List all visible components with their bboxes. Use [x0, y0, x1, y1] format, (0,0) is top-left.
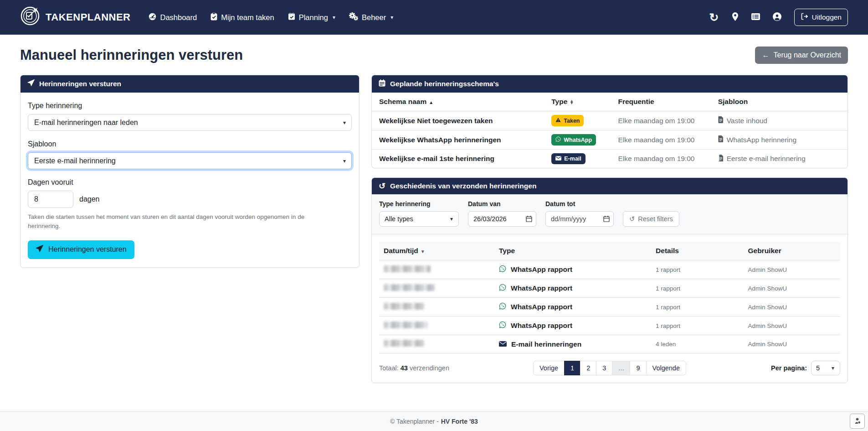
schemas-col-sjabloon[interactable]: Sjabloon	[714, 93, 847, 111]
status-badge-email: E-mail	[551, 153, 586, 164]
redacted-datetime	[384, 284, 435, 291]
card-list-button[interactable]	[751, 13, 760, 21]
sort-both-icon: ▲▼	[570, 100, 574, 104]
schemas-col-frequentie[interactable]: Frequentie	[614, 93, 714, 111]
sjabloon-select[interactable]: Eerste e-mail herinnering	[28, 152, 352, 169]
per-page-select[interactable]: 5	[811, 361, 840, 375]
table-row: Wekelijkse WhatsApp herinneringen WhatsA…	[372, 130, 847, 150]
profile-button[interactable]	[773, 12, 781, 22]
pagination-page-2[interactable]: 2	[580, 361, 596, 375]
history-user: Admin ShowU	[743, 317, 840, 335]
status-badge-taken: Taken	[551, 115, 584, 126]
schemas-card-header: Geplande herinneringsschema's	[372, 75, 847, 93]
whatsapp-icon	[499, 302, 506, 312]
history-details: 1 rapport	[651, 317, 743, 335]
schema-template: Vaste inhoud	[727, 117, 767, 125]
schema-name: Wekelijkse Niet toegewezen taken	[372, 111, 548, 130]
takenplanner-logo-icon	[20, 6, 40, 29]
dagen-suffix: dagen	[79, 195, 100, 203]
whatsapp-icon	[499, 284, 506, 293]
history-card: ↺ Geschiedenis van verzonden herinnering…	[371, 177, 848, 383]
sjabloon-label: Sjabloon	[28, 140, 352, 148]
schema-frequency: Elke maandag om 19:00	[614, 111, 714, 130]
dagen-vooruit-input[interactable]	[28, 191, 73, 208]
table-row: Wekelijkse Niet toegewezen taken Taken E…	[372, 111, 847, 130]
filter-type-select[interactable]: Alle types	[379, 211, 459, 227]
arrow-left-icon: ←	[762, 51, 769, 59]
dagen-vooruit-label: Dagen vooruit	[28, 178, 352, 187]
table-row: WhatsApp rapport 1 rapport Admin ShowU	[379, 317, 840, 335]
map-pin-button[interactable]	[732, 12, 739, 22]
total-count-text: Totaal: 43 verzendingen	[379, 364, 533, 372]
brand-logo[interactable]: TAKENPLANNER	[20, 6, 130, 29]
history-type: E-mail herinneringen	[511, 340, 581, 348]
send-card-title: Herinneringen versturen	[39, 80, 121, 88]
reset-filters-button[interactable]: ↺ Reset filters	[623, 211, 679, 227]
history-user: Admin ShowU	[743, 260, 840, 279]
table-row: WhatsApp rapport 1 rapport Admin ShowU	[379, 298, 840, 317]
send-icon	[36, 245, 43, 254]
logout-button[interactable]: Uitloggen	[794, 9, 848, 26]
caret-down-icon: ▾	[390, 14, 393, 21]
pagination-next-button[interactable]: Volgende	[646, 361, 686, 375]
pagination-page-1[interactable]: 1	[564, 361, 580, 375]
nav-item-beheer[interactable]: Beheer ▾	[349, 12, 393, 22]
type-herinnering-select-wrap: E-mail herinneringen naar leden ▾	[28, 114, 352, 131]
history-col-gebruiker[interactable]: Gebruiker	[743, 242, 840, 260]
reset-icon: ↺	[629, 215, 635, 223]
page-title: Manueel herinneringen versturen	[20, 47, 243, 63]
schema-frequency: Elke maandag om 19:00	[614, 150, 714, 168]
calendar-check-icon	[288, 13, 295, 22]
file-text-icon	[718, 116, 724, 125]
history-col-type[interactable]: Type	[494, 242, 651, 260]
schemas-col-type[interactable]: Type▲▼	[548, 93, 614, 111]
nav-item-planning[interactable]: Planning ▾	[288, 13, 335, 22]
send-button-label: Herinneringen versturen	[48, 245, 127, 254]
history-col-details[interactable]: Details	[651, 242, 743, 260]
back-button-label: Terug naar Overzicht	[773, 51, 841, 59]
card-list-icon	[751, 13, 760, 21]
history-card-header: ↺ Geschiedenis van verzonden herinnering…	[372, 178, 847, 194]
schemas-col-schema-naam[interactable]: Schema naam▲	[372, 93, 548, 111]
status-badge-whatsapp: WhatsApp	[551, 134, 596, 145]
history-col-datum-tijd[interactable]: Datum/tijd▼	[379, 242, 494, 260]
history-user: Admin ShowU	[743, 335, 840, 353]
history-details: 1 rapport	[651, 298, 743, 317]
person-circle-icon	[773, 12, 781, 22]
date-from-input[interactable]	[468, 211, 536, 227]
redacted-datetime	[384, 340, 425, 347]
send-card-header: Herinneringen versturen	[21, 75, 359, 93]
dagen-help-text: Taken die starten tussen het moment van …	[28, 213, 324, 231]
back-to-overview-button[interactable]: ← Terug naar Overzicht	[755, 47, 848, 64]
refresh-button[interactable]: ↻	[709, 12, 719, 23]
pagination-prev-button[interactable]: Vorige	[533, 361, 565, 375]
accessibility-widget-button[interactable]	[850, 414, 865, 429]
nav-item-mijn-team-taken[interactable]: Mijn team taken	[211, 13, 274, 22]
map-pin-icon	[732, 12, 739, 22]
history-filters: Type herinnering Alle types ▾ Datum van	[372, 194, 847, 234]
refresh-icon: ↻	[709, 12, 719, 23]
nav-label: Mijn team taken	[221, 13, 274, 22]
footer-copyright: © Takenplanner -	[390, 418, 439, 425]
table-row: E-mail herinneringen 4 leden Admin ShowU	[379, 335, 840, 353]
send-reminders-button[interactable]: Herinneringen versturen	[28, 240, 134, 259]
gears-icon	[349, 12, 358, 22]
pagination-page-9[interactable]: 9	[630, 361, 646, 375]
whatsapp-icon	[499, 321, 506, 330]
pagination-page-3[interactable]: 3	[596, 361, 612, 375]
person-badge-icon	[853, 417, 861, 426]
date-to-input[interactable]	[545, 211, 614, 227]
nav-label: Beheer	[362, 13, 386, 22]
filter-date-to-label: Datum tot	[545, 200, 614, 208]
history-footer: Totaal: 43 verzendingen Vorige 1 2 3 ...…	[372, 353, 847, 383]
nav-item-dashboard[interactable]: Dashboard	[149, 13, 197, 22]
sjabloon-select-wrap: Eerste e-mail herinnering ▾	[28, 152, 352, 169]
brand-name: TAKENPLANNER	[46, 11, 130, 23]
filter-type: Type herinnering Alle types ▾	[379, 200, 459, 227]
per-page-label: Per pagina:	[771, 364, 807, 372]
page-footer: © Takenplanner - HV Forte '83	[0, 411, 868, 431]
schema-template: Eerste e-mail herinnering	[727, 155, 806, 163]
type-herinnering-select[interactable]: E-mail herinneringen naar leden	[28, 114, 352, 131]
filter-date-to: Datum tot	[545, 200, 614, 227]
nav-label: Planning	[299, 13, 328, 22]
